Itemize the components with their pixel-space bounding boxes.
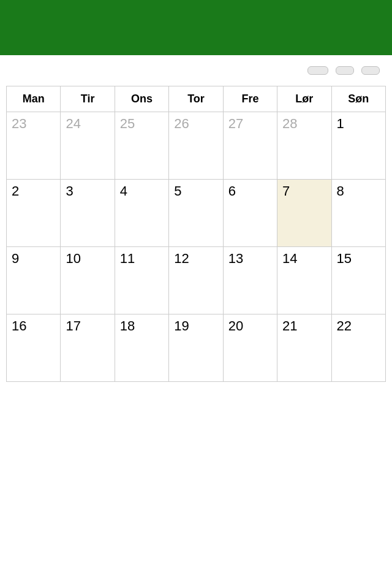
calendar-day-13[interactable]: 13 xyxy=(223,247,277,314)
calendar-day-10[interactable]: 10 xyxy=(61,247,115,314)
weekday-man: Man xyxy=(7,86,61,112)
calendar-day-2[interactable]: 2 xyxy=(7,180,61,247)
next-month-button[interactable] xyxy=(361,66,380,75)
calendar-day-17[interactable]: 17 xyxy=(61,314,115,382)
calendar-header xyxy=(0,55,392,86)
weekday-søn: Søn xyxy=(331,86,385,112)
weekday-fre: Fre xyxy=(223,86,277,112)
weekday-lør: Lør xyxy=(277,86,331,112)
weekday-tir: Tir xyxy=(61,86,115,112)
weekday-header-row: ManTirOnsTorFreLørSøn xyxy=(7,86,386,112)
calendar-day-4[interactable]: 4 xyxy=(115,180,168,247)
prev-month-button[interactable] xyxy=(336,66,354,75)
calendar-day-16[interactable]: 16 xyxy=(7,314,61,382)
calendar-day-15[interactable]: 15 xyxy=(331,247,385,314)
calendar-day-23[interactable]: 23 xyxy=(7,112,61,180)
calendar-day-11[interactable]: 11 xyxy=(115,247,168,314)
week-row-2: 9101112131415 xyxy=(7,247,386,314)
weekday-tor: Tor xyxy=(169,86,223,112)
calendar-day-26[interactable]: 26 xyxy=(169,112,223,180)
calendar-day-12[interactable]: 12 xyxy=(169,247,223,314)
calendar-day-25[interactable]: 25 xyxy=(115,112,168,180)
calendar-day-20[interactable]: 20 xyxy=(223,314,277,382)
calendar-day-3[interactable]: 3 xyxy=(61,180,115,247)
top-bar xyxy=(0,0,392,55)
calendar-day-21[interactable]: 21 xyxy=(277,314,331,382)
calendar-day-18[interactable]: 18 xyxy=(115,314,168,382)
calendar-day-9[interactable]: 9 xyxy=(7,247,61,314)
week-row-0: 2324252627281 xyxy=(7,112,386,180)
calendar-table: ManTirOnsTorFreLørSøn 232425262728123456… xyxy=(6,86,386,382)
calendar-day-8[interactable]: 8 xyxy=(331,180,385,247)
weekday-ons: Ons xyxy=(115,86,168,112)
calendar-day-1[interactable]: 1 xyxy=(331,112,385,180)
calendar-day-28[interactable]: 28 xyxy=(277,112,331,180)
calendar-day-14[interactable]: 14 xyxy=(277,247,331,314)
calendar-day-5[interactable]: 5 xyxy=(169,180,223,247)
calendar-day-27[interactable]: 27 xyxy=(223,112,277,180)
calendar-day-19[interactable]: 19 xyxy=(169,314,223,382)
week-row-3: 16171819202122 xyxy=(7,314,386,382)
calendar-day-7[interactable]: 7 xyxy=(277,180,331,247)
week-row-1: 2345678 xyxy=(7,180,386,247)
calendar-day-24[interactable]: 24 xyxy=(61,112,115,180)
calendar-day-22[interactable]: 22 xyxy=(331,314,385,382)
calendar-day-6[interactable]: 6 xyxy=(223,180,277,247)
today-button[interactable] xyxy=(307,66,328,75)
